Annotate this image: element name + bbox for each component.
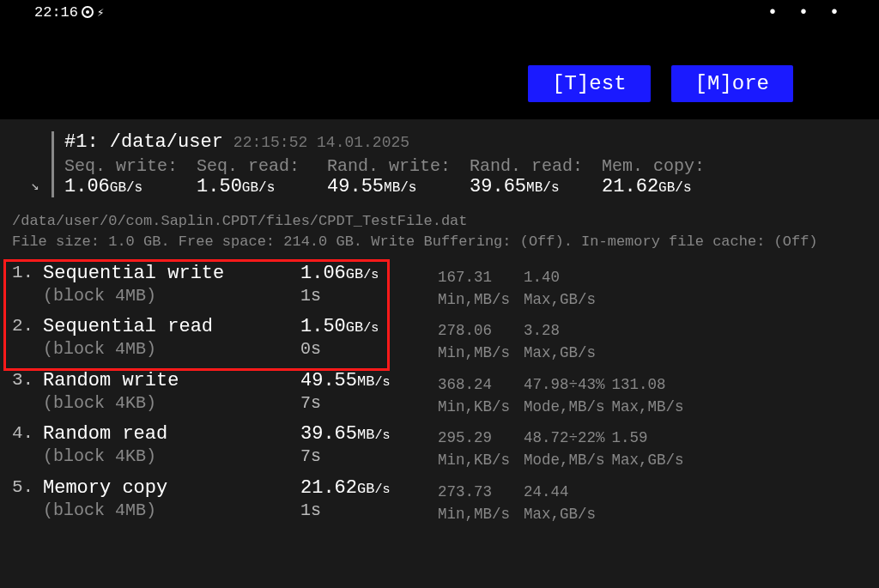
summary-col-label: Seq. read: bbox=[197, 156, 308, 176]
test-name: Memory copy bbox=[43, 477, 300, 499]
summary-col: Seq. read:1.50GB/s bbox=[197, 156, 308, 197]
test-name-block: Sequential write(block 4MB) bbox=[43, 263, 300, 306]
results-area: ↘ #1: /data/user 22:15:52 14.01.2025 Seq… bbox=[0, 119, 879, 588]
test-value-block: 21.62GB/s1s bbox=[300, 477, 438, 520]
test-stats: 273.7324.44Min,MB/sMax,GB/s bbox=[438, 477, 603, 526]
meta-info: /data/user/0/com.Saplin.CPDT/files/CPDT_… bbox=[0, 209, 879, 258]
meta-fileinfo: File size: 1.0 GB. Free space: 214.0 GB.… bbox=[12, 232, 870, 252]
test-duration: 7s bbox=[300, 393, 438, 413]
summary-col-value: 1.06GB/s bbox=[64, 176, 178, 197]
summary-block: ↘ #1: /data/user 22:15:52 14.01.2025 Seq… bbox=[0, 128, 879, 209]
test-row: 3.Random write(block 4KB)49.55MB/s7s368.… bbox=[0, 365, 879, 419]
status-time: 22:16 bbox=[34, 4, 78, 21]
test-stats: 167.311.40Min,MB/sMax,GB/s bbox=[438, 263, 603, 312]
summary-col: Rand. read:39.65MB/s bbox=[470, 156, 583, 197]
test-row: 5.Memory copy(block 4MB)21.62GB/s1s273.7… bbox=[0, 472, 879, 526]
test-row: 2.Sequential read(block 4MB)1.50GB/s0s27… bbox=[0, 311, 879, 365]
test-row: 1.Sequential write(block 4MB)1.06GB/s1s1… bbox=[0, 258, 879, 312]
summary-col-label: Seq. write: bbox=[64, 156, 178, 176]
test-value: 1.06GB/s bbox=[300, 263, 438, 284]
status-battery-icon: ⚡ bbox=[97, 5, 104, 20]
test-block-size: (block 4KB) bbox=[43, 393, 300, 413]
test-duration: 7s bbox=[300, 446, 438, 466]
status-time-area: 22:16 ⚡ bbox=[34, 4, 104, 21]
meta-filepath: /data/user/0/com.Saplin.CPDT/files/CPDT_… bbox=[12, 211, 870, 232]
test-rows: 1.Sequential write(block 4MB)1.06GB/s1s1… bbox=[0, 258, 879, 526]
expand-arrow-icon[interactable]: ↘ bbox=[31, 177, 52, 197]
test-stats: 295.2948.72÷22%1.59Min,KB/sMode,MB/sMax,… bbox=[438, 423, 691, 472]
status-bar: 22:16 ⚡ • • • bbox=[0, 0, 879, 24]
summary-col-label: Rand. write: bbox=[327, 156, 451, 176]
test-block-size: (block 4KB) bbox=[43, 446, 300, 466]
test-name-block: Memory copy(block 4MB) bbox=[43, 477, 300, 520]
test-value-block: 49.55MB/s7s bbox=[300, 370, 438, 413]
test-value-block: 1.06GB/s1s bbox=[300, 263, 438, 306]
test-number: 4. bbox=[12, 423, 43, 443]
summary-columns: Seq. write:1.06GB/sSeq. read:1.50GB/sRan… bbox=[64, 156, 713, 197]
test-name: Sequential read bbox=[43, 316, 300, 337]
test-duration: 0s bbox=[300, 339, 438, 359]
summary-title: #1: /data/user bbox=[64, 131, 223, 153]
test-value: 1.50GB/s bbox=[300, 316, 438, 337]
summary-col-value: 21.62GB/s bbox=[602, 176, 713, 197]
test-block-size: (block 4MB) bbox=[43, 286, 300, 306]
test-block-size: (block 4MB) bbox=[43, 500, 300, 520]
test-number: 2. bbox=[12, 316, 43, 336]
test-name-block: Random read(block 4KB) bbox=[43, 423, 300, 466]
summary-main: #1: /data/user 22:15:52 14.01.2025 Seq. … bbox=[52, 131, 713, 197]
summary-col: Seq. write:1.06GB/s bbox=[64, 156, 178, 197]
summary-col-value: 1.50GB/s bbox=[197, 176, 308, 197]
summary-col-value: 39.65MB/s bbox=[470, 176, 583, 197]
test-stats-values: 273.7324.44 bbox=[438, 481, 603, 503]
test-stats-labels: Min,KB/sMode,MB/sMax,MB/s bbox=[438, 396, 691, 418]
test-stats: 368.2447.98÷43%131.08Min,KB/sMode,MB/sMa… bbox=[438, 370, 691, 419]
status-notification-icon bbox=[82, 6, 94, 18]
test-value: 21.62GB/s bbox=[300, 477, 438, 499]
test-stats-values: 167.311.40 bbox=[438, 266, 603, 288]
test-stats: 278.063.28Min,MB/sMax,GB/s bbox=[438, 316, 603, 365]
test-value-block: 1.50GB/s0s bbox=[300, 316, 438, 359]
test-stats-labels: Min,MB/sMax,GB/s bbox=[438, 288, 603, 311]
test-number: 5. bbox=[12, 477, 43, 497]
test-name: Sequential write bbox=[43, 263, 300, 284]
more-button[interactable]: [M]ore bbox=[671, 65, 793, 102]
overflow-menu-icon[interactable]: • • • bbox=[767, 3, 845, 22]
test-name-block: Sequential read(block 4MB) bbox=[43, 316, 300, 359]
test-duration: 1s bbox=[300, 286, 438, 306]
summary-col-label: Rand. read: bbox=[470, 156, 583, 176]
test-stats-values: 295.2948.72÷22%1.59 bbox=[438, 427, 691, 449]
test-row: 4.Random read(block 4KB)39.65MB/s7s295.2… bbox=[0, 418, 879, 472]
test-value: 39.65MB/s bbox=[300, 423, 438, 445]
summary-timestamp: 22:15:52 14.01.2025 bbox=[233, 134, 409, 151]
test-duration: 1s bbox=[300, 500, 438, 520]
test-name: Random write bbox=[43, 370, 300, 391]
test-number: 3. bbox=[12, 370, 43, 390]
test-value-block: 39.65MB/s7s bbox=[300, 423, 438, 466]
summary-col: Mem. copy:21.62GB/s bbox=[602, 156, 713, 197]
test-stats-labels: Min,KB/sMode,MB/sMax,GB/s bbox=[438, 449, 691, 471]
test-name-block: Random write(block 4KB) bbox=[43, 370, 300, 413]
test-block-size: (block 4MB) bbox=[43, 339, 300, 359]
test-value: 49.55MB/s bbox=[300, 370, 438, 391]
test-button[interactable]: [T]est bbox=[528, 65, 650, 102]
test-number: 1. bbox=[12, 263, 43, 282]
test-stats-values: 278.063.28 bbox=[438, 319, 603, 342]
summary-col: Rand. write:49.55MB/s bbox=[327, 156, 451, 197]
summary-header: #1: /data/user 22:15:52 14.01.2025 bbox=[64, 131, 713, 153]
test-name: Random read bbox=[43, 423, 300, 445]
top-button-bar: [T]est [M]ore bbox=[0, 24, 879, 119]
summary-col-label: Mem. copy: bbox=[602, 156, 713, 176]
test-stats-labels: Min,MB/sMax,GB/s bbox=[438, 503, 603, 525]
summary-col-value: 49.55MB/s bbox=[327, 176, 451, 197]
test-stats-values: 368.2447.98÷43%131.08 bbox=[438, 373, 691, 396]
test-stats-labels: Min,MB/sMax,GB/s bbox=[438, 342, 603, 364]
